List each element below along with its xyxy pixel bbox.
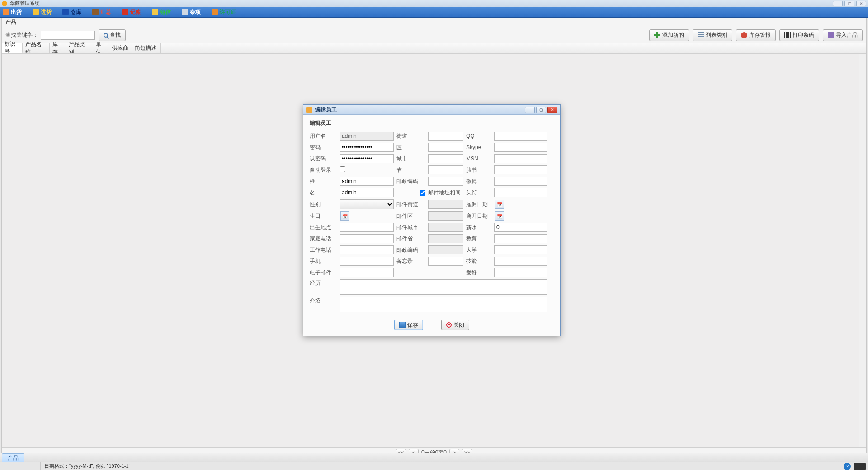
menu-sms[interactable]: 短信 — [152, 9, 171, 16]
qq-field[interactable] — [494, 132, 547, 141]
same-mail-checkbox[interactable] — [420, 190, 425, 196]
dialog-minimize-button[interactable]: — — [525, 107, 535, 113]
province-field[interactable] — [428, 165, 463, 174]
col-desc[interactable]: 简短描述 — [132, 43, 161, 53]
salary-field[interactable] — [494, 223, 547, 232]
col-category[interactable]: 产品类别 — [66, 43, 93, 53]
label-mail-street: 邮件街道 — [396, 201, 425, 208]
label-leave-date: 离开日期 — [466, 212, 491, 220]
col-id[interactable]: 标识号 — [2, 43, 23, 53]
menu-purchase[interactable]: 进货 — [33, 9, 52, 16]
gender-select[interactable] — [340, 199, 394, 209]
shipment-icon — [3, 9, 9, 15]
menu-warehouse[interactable]: 仓库 — [62, 9, 81, 16]
label-msn: MSN — [466, 155, 491, 162]
postcode-field[interactable] — [428, 177, 463, 186]
district-field[interactable] — [428, 143, 463, 152]
label-mail-postcode: 邮政编码 — [396, 246, 425, 254]
import-product-button[interactable]: 导入产品 — [823, 29, 863, 41]
label-password: 密码 — [310, 144, 337, 151]
password-field[interactable] — [340, 143, 394, 152]
dialog-titlebar[interactable]: 编辑员工 — ▢ ✕ — [303, 105, 560, 115]
summary-icon — [92, 9, 99, 15]
education-field[interactable] — [494, 234, 547, 243]
col-name[interactable]: 产品名称 — [23, 43, 50, 53]
hobby-field[interactable] — [494, 268, 547, 277]
save-button[interactable]: 保存 — [394, 320, 423, 330]
license-icon — [212, 9, 218, 15]
title-field[interactable] — [494, 188, 547, 197]
search-input[interactable] — [41, 31, 95, 40]
stock-alert-label: 库存警报 — [749, 31, 771, 39]
search-button[interactable]: 查找 — [99, 29, 126, 41]
resume-field[interactable] — [340, 279, 547, 295]
save-icon — [399, 322, 406, 328]
vertical-scrollbar[interactable] — [859, 54, 866, 447]
city-field[interactable] — [428, 154, 463, 163]
stock-alert-button[interactable]: 库存警报 — [736, 29, 776, 41]
col-unit[interactable]: 单位 — [93, 43, 109, 53]
home-phone-field[interactable] — [340, 234, 394, 243]
mobile-field[interactable] — [340, 257, 394, 266]
label-weibo: 微博 — [466, 178, 491, 185]
label-university: 大学 — [466, 246, 491, 254]
col-supplier[interactable]: 供应商 — [109, 43, 132, 53]
birthplace-field[interactable] — [340, 223, 394, 232]
label-first-name: 名 — [310, 189, 337, 197]
menu-ledger[interactable]: 记账 — [122, 9, 141, 16]
first-name-field[interactable] — [340, 188, 394, 197]
last-name-field[interactable] — [340, 177, 394, 186]
menu-misc[interactable]: 杂项 — [182, 9, 201, 16]
label-same-mail: 邮件地址相同 — [428, 189, 463, 197]
label-qq: QQ — [466, 133, 491, 139]
print-barcode-button[interactable]: 打印条码 — [779, 29, 819, 41]
email-field[interactable] — [340, 268, 394, 277]
label-city: 城市 — [396, 155, 425, 163]
minimize-button[interactable]: — — [833, 1, 843, 6]
search-button-label: 查找 — [110, 31, 121, 39]
facebook-field[interactable] — [494, 165, 547, 174]
add-new-button[interactable]: 添加新的 — [649, 29, 689, 41]
label-title: 头衔 — [466, 189, 491, 197]
ledger-icon — [122, 9, 128, 15]
list-category-label: 列表类别 — [706, 31, 727, 39]
tab-product[interactable]: 产品 — [2, 453, 24, 462]
col-stock[interactable]: 库存 — [50, 43, 66, 53]
menu-label: 许可证 — [220, 9, 236, 16]
close-button[interactable]: 关闭 — [441, 320, 469, 330]
list-icon — [698, 32, 704, 38]
skill-field[interactable] — [494, 257, 547, 266]
confirm-password-field[interactable] — [340, 154, 394, 163]
street-field[interactable] — [428, 132, 463, 141]
menu-label: 短信 — [160, 9, 171, 16]
calendar-icon[interactable]: 📅 — [495, 200, 504, 209]
close-window-button[interactable]: ✕ — [856, 1, 866, 6]
work-phone-field[interactable] — [340, 245, 394, 254]
menu-shipment[interactable]: 出货 — [3, 9, 22, 16]
dialog-close-button[interactable]: ✕ — [547, 107, 557, 113]
label-hobby: 爱好 — [466, 269, 491, 277]
action-row: 查找关键字： 查找 添加新的 列表类别 库存警报 打印条码 导入产品 — [2, 27, 866, 43]
memo-field[interactable] — [428, 257, 463, 266]
msn-field[interactable] — [494, 154, 547, 163]
dialog-title: 编辑员工 — [315, 106, 525, 113]
university-field[interactable] — [494, 245, 547, 254]
intro-field[interactable] — [340, 297, 547, 312]
weibo-field[interactable] — [494, 177, 547, 186]
calendar-icon[interactable]: 📅 — [340, 212, 349, 221]
dialog-maximize-button[interactable]: ▢ — [536, 107, 546, 113]
misc-icon — [182, 9, 188, 15]
help-icon[interactable]: ? — [844, 463, 851, 470]
mail-street-field — [428, 200, 463, 209]
main-menu: 出货 进货 仓库 汇总 记账 短信 杂项 许可证 — [0, 7, 868, 18]
menu-summary[interactable]: 汇总 — [92, 9, 111, 16]
calendar-icon[interactable]: 📅 — [495, 212, 504, 221]
maximize-button[interactable]: ▢ — [844, 1, 854, 6]
label-birthplace: 出生地点 — [310, 224, 337, 231]
label-username: 用户名 — [310, 132, 337, 140]
skype-field[interactable] — [494, 143, 547, 152]
auto-login-checkbox[interactable] — [340, 166, 345, 172]
list-category-button[interactable]: 列表类别 — [693, 29, 732, 41]
tray-icon[interactable] — [854, 463, 866, 470]
menu-license[interactable]: 许可证 — [212, 9, 236, 16]
